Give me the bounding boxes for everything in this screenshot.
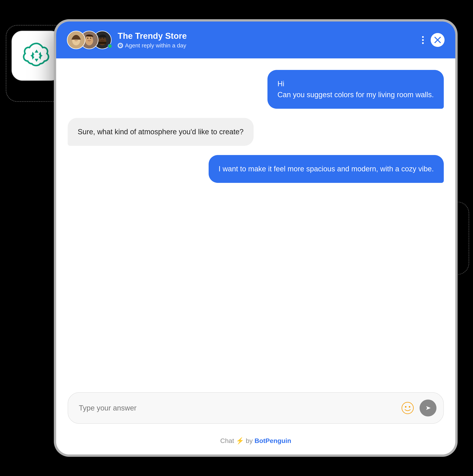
chat-header: The Trendy Store Agent reply within a da… <box>56 21 455 58</box>
store-name: The Trendy Store <box>118 31 414 41</box>
svg-point-17 <box>431 33 445 47</box>
svg-point-19 <box>405 406 406 408</box>
clock-icon <box>118 43 123 48</box>
chat-messages: HiCan you suggest colors for my living r… <box>56 58 455 386</box>
avatar-group <box>67 31 111 49</box>
input-container <box>68 392 444 424</box>
header-info: The Trendy Store Agent reply within a da… <box>118 31 414 49</box>
close-button[interactable] <box>431 33 445 47</box>
message-wrapper-3: I want to make it feel more spacious and… <box>68 155 444 183</box>
more-options-button[interactable] <box>420 34 425 46</box>
reply-time: Agent reply within a day <box>118 42 414 49</box>
message-text-3: I want to make it feel more spacious and… <box>218 165 434 173</box>
svg-point-13 <box>100 38 102 39</box>
dot-2 <box>422 39 424 41</box>
message-bubble-1: HiCan you suggest colors for my living r… <box>268 70 444 109</box>
message-text-2: Sure, what kind of atmosphere you'd like… <box>78 128 244 136</box>
answer-input[interactable] <box>79 404 396 412</box>
svg-point-14 <box>103 38 104 39</box>
chat-footer: Chat ⚡ by BotPenguin <box>56 433 455 455</box>
chat-input-area <box>56 386 455 433</box>
footer-prefix: Chat <box>220 437 236 444</box>
svg-rect-15 <box>98 42 106 44</box>
svg-point-8 <box>87 38 89 39</box>
footer-by: by <box>246 437 255 444</box>
reply-time-text: Agent reply within a day <box>125 42 186 49</box>
message-bubble-2: Sure, what kind of atmosphere you'd like… <box>68 118 254 146</box>
dot-3 <box>422 42 424 44</box>
dot-1 <box>422 36 424 38</box>
chat-widget: The Trendy Store Agent reply within a da… <box>54 19 458 457</box>
svg-point-9 <box>90 38 91 39</box>
svg-point-18 <box>402 402 413 414</box>
footer-brand: BotPenguin <box>255 437 291 444</box>
svg-point-20 <box>409 406 410 408</box>
avatar-1 <box>67 31 85 49</box>
openai-logo <box>21 40 52 71</box>
online-indicator <box>108 44 112 48</box>
header-actions <box>420 33 445 47</box>
message-wrapper-1: HiCan you suggest colors for my living r… <box>68 70 444 109</box>
message-bubble-3: I want to make it feel more spacious and… <box>209 155 444 183</box>
emoji-button[interactable] <box>400 401 415 415</box>
send-button[interactable] <box>419 400 437 416</box>
message-wrapper-2: Sure, what kind of atmosphere you'd like… <box>68 118 444 146</box>
lightning-icon: ⚡ <box>236 437 244 444</box>
message-text-1: HiCan you suggest colors for my living r… <box>277 80 434 99</box>
